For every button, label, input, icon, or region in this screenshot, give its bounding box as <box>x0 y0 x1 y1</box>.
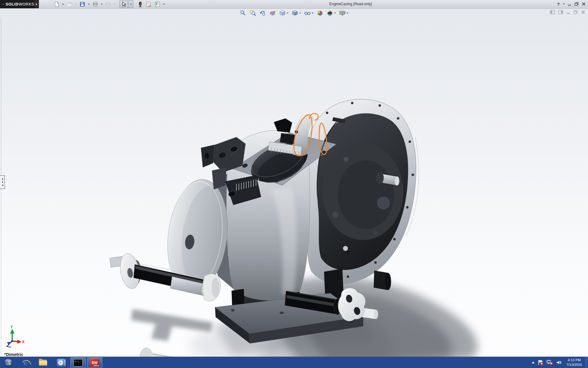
options-button[interactable] <box>153 1 161 8</box>
close-icon <box>582 2 586 6</box>
network-disconnected-icon <box>546 359 553 366</box>
appearance-ball-icon <box>317 10 323 17</box>
view-settings-icon <box>339 10 346 17</box>
solidworks-2015-icon: SW 2015 <box>90 358 99 367</box>
folder-icon <box>39 360 47 366</box>
dassault-3ds-icon <box>2 2 4 7</box>
minimize-button[interactable] <box>568 1 571 7</box>
section-view-icon <box>269 10 276 17</box>
action-center-button[interactable] <box>537 359 544 366</box>
network-status-button[interactable] <box>546 359 553 366</box>
view-orientation-icon <box>279 10 286 17</box>
heads-up-view-toolbar <box>0 10 588 17</box>
taskbar-command-prompt[interactable]: C:\_ <box>70 357 86 368</box>
zoom-to-fit-icon <box>240 10 247 17</box>
open-document-button[interactable] <box>66 1 74 8</box>
new-document-dropdown[interactable] <box>61 1 65 8</box>
solidworks-logo: SOLIDWORKS <box>0 0 34 8</box>
show-desktop-button[interactable] <box>584 357 588 368</box>
apply-scene-button[interactable] <box>326 10 337 17</box>
brand-name: SOLIDWORKS <box>6 2 34 6</box>
window-title: EngineCasing [Read-only] <box>329 2 372 6</box>
help-dropdown[interactable] <box>563 1 565 7</box>
expand-pane-arrow-icon <box>2 181 3 183</box>
window-controls: ? <box>557 1 586 7</box>
menu-flyout-button[interactable] <box>34 0 39 8</box>
scene-ball-icon <box>326 10 333 17</box>
taskbar-clock[interactable]: 4:13 PM 7/13/2015 <box>565 358 584 367</box>
featuremanager-collapsed-tab[interactable] <box>0 175 5 189</box>
start-button[interactable] <box>0 357 17 368</box>
new-document-icon <box>54 1 60 7</box>
save-button[interactable] <box>78 1 86 8</box>
undo-icon <box>105 1 111 7</box>
rebuild-button[interactable] <box>136 1 144 8</box>
display-style-button[interactable] <box>291 10 302 17</box>
internet-explorer-icon: e <box>21 359 29 367</box>
view-orientation-label: *Dimetric <box>4 352 23 357</box>
undo-dropdown[interactable] <box>113 1 116 8</box>
close-button[interactable] <box>582 1 586 7</box>
options-dropdown[interactable] <box>162 1 166 8</box>
flyout-arrow-icon <box>36 3 37 6</box>
expand-pane-arrow-icon <box>2 184 3 186</box>
file-properties-icon <box>146 1 152 7</box>
taskbar-windows-explorer[interactable] <box>34 357 52 368</box>
eyeglasses-icon <box>304 10 311 17</box>
file-properties-button[interactable] <box>145 1 153 8</box>
title-bar: SOLIDWORKS <box>0 0 588 9</box>
save-icon <box>79 1 85 7</box>
expand-pane-arrow-icon <box>2 178 3 180</box>
hide-show-items-button[interactable] <box>303 10 314 17</box>
print-dropdown[interactable] <box>100 1 104 8</box>
display-style-icon <box>292 10 298 17</box>
minimize-icon <box>568 2 571 6</box>
open-document-icon <box>66 1 73 7</box>
command-prompt-icon: C:\_ <box>74 359 83 366</box>
triad-x-label: X <box>22 340 24 344</box>
standard-toolbar <box>53 0 166 8</box>
restore-icon <box>575 2 579 6</box>
previous-view-icon <box>259 10 266 17</box>
viewport-canvas[interactable]: Y X <box>0 0 588 368</box>
volume-button[interactable] <box>556 359 562 366</box>
select-cursor-icon <box>121 1 127 7</box>
options-icon <box>154 1 160 7</box>
open-document-dropdown[interactable] <box>74 1 78 8</box>
show-hidden-icons-button[interactable] <box>532 362 535 363</box>
clock-date: 7/13/2015 <box>566 362 582 367</box>
new-document-button[interactable] <box>53 1 61 8</box>
action-center-flag-icon <box>537 359 544 366</box>
view-orientation-button[interactable] <box>278 10 289 17</box>
help-button[interactable]: ? <box>557 1 560 7</box>
undo-button[interactable] <box>104 1 112 8</box>
app-window: Y X *Dimetric SOLIDWORKS <box>0 0 588 368</box>
clock-time: 4:13 PM <box>568 358 581 362</box>
zoom-to-fit-button[interactable] <box>239 10 247 17</box>
media-player-icon <box>57 359 65 367</box>
speaker-icon <box>556 359 562 366</box>
select-button[interactable] <box>119 0 128 8</box>
section-view-button[interactable] <box>269 10 277 17</box>
taskbar-media-player[interactable] <box>52 357 70 368</box>
zoom-to-area-icon <box>250 10 256 17</box>
windows-taskbar: e C:\_ SW 2015 <box>0 357 588 368</box>
view-settings-button[interactable] <box>338 10 349 17</box>
previous-view-button[interactable] <box>259 10 267 17</box>
triad-y-label: Y <box>10 325 13 329</box>
edit-appearance-button[interactable] <box>316 10 324 17</box>
restore-button[interactable] <box>575 1 579 7</box>
system-tray: 4:13 PM 7/13/2015 <box>532 357 584 368</box>
zoom-to-area-button[interactable] <box>249 10 257 17</box>
print-button[interactable] <box>91 1 99 8</box>
print-icon <box>92 1 98 7</box>
taskbar-solidworks[interactable]: SW 2015 <box>87 357 102 368</box>
rebuild-traffic-light-icon <box>137 1 143 7</box>
save-dropdown[interactable] <box>87 1 91 8</box>
select-dropdown[interactable] <box>129 0 133 8</box>
taskbar-internet-explorer[interactable]: e <box>17 357 34 368</box>
windows-start-orb-icon <box>3 358 13 368</box>
up-arrow-icon <box>532 362 535 363</box>
